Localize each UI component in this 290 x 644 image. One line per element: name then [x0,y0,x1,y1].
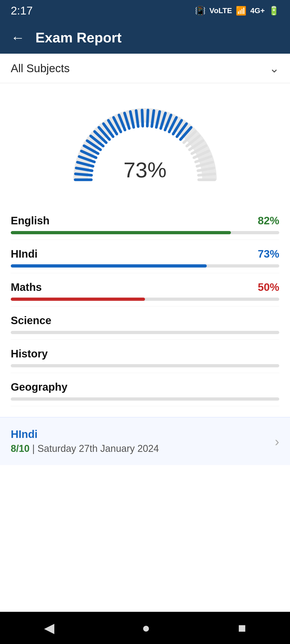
subject-item-history: History [11,340,279,373]
subject-item-maths: Maths 50% [11,273,279,306]
subject-score-maths: 50% [258,281,279,293]
bottom-nav: ◀ ● ■ [0,612,290,644]
subject-name-maths: Maths [11,281,42,293]
subject-name-science: Science [11,314,51,327]
subject-dropdown-label: All Subjects [11,62,70,75]
back-button[interactable]: ← [11,30,25,46]
subject-name-geography: Geography [11,381,67,393]
svg-line-19 [147,110,148,126]
exam-card-separator: | [30,443,37,454]
gauge-container: 73% [64,99,226,191]
progress-bar-fill-maths [11,298,145,301]
exam-card-subject: HIndi [11,428,159,440]
progress-bar-fill-english [11,231,231,234]
status-bar: 2:17 📳 VoLTE 📶 4G+ 🔋 [0,0,290,21]
exam-card-date: Saturday 27th January 2024 [37,443,159,454]
subjects-list: English 82% HIndi 73% Maths 50% Science [0,201,290,406]
app-header: ← Exam Report [0,21,290,54]
nav-home-button[interactable]: ● [142,620,150,636]
subject-item-geography: Geography [11,373,279,406]
subject-item-english: English 82% [11,207,279,240]
subject-item-science: Science [11,306,279,340]
gauge-section: 73% [0,83,290,201]
progress-bar-bg-english [11,231,279,234]
nav-recents-button[interactable]: ■ [238,620,246,636]
subject-name-english: English [11,215,49,227]
exam-card-score: 8/10 [11,443,30,454]
progress-bar-fill-hindi [11,264,207,268]
page-title: Exam Report [35,30,122,46]
nav-back-button[interactable]: ◀ [44,620,54,636]
subject-score-hindi: 73% [258,248,279,260]
status-icons: 📳 VoLTE 📶 4G+ 🔋 [195,6,279,16]
svg-line-18 [142,110,143,126]
progress-bar-bg-hindi [11,264,279,268]
vibrate-icon: 📳 [195,6,206,16]
wifi-icon: 📶 [236,6,247,16]
battery-icon: 🔋 [269,6,279,16]
progress-bar-bg-science [11,331,279,334]
subject-name-history: History [11,348,48,360]
progress-bar-bg-history [11,364,279,367]
subject-score-english: 82% [258,215,279,227]
subject-name-hindi: HIndi [11,248,38,260]
progress-bar-bg-maths [11,298,279,301]
svg-line-1 [75,174,92,175]
gauge-percent: 73% [124,158,166,182]
subject-dropdown[interactable]: All Subjects ⌄ [0,54,290,83]
chevron-right-icon: › [275,434,279,449]
volte-icon: VoLTE [209,6,232,15]
svg-line-36 [198,174,215,175]
progress-bar-bg-geography [11,397,279,401]
exam-result-card[interactable]: HIndi 8/10 | Saturday 27th January 2024 … [0,417,290,465]
subject-item-hindi: HIndi 73% [11,240,279,273]
exam-card-content: HIndi 8/10 | Saturday 27th January 2024 [11,428,159,454]
status-time: 2:17 [11,4,33,17]
chevron-down-icon: ⌄ [269,61,279,75]
exam-card-detail: 8/10 | Saturday 27th January 2024 [11,443,159,454]
signal-icon: 4G+ [250,6,265,15]
